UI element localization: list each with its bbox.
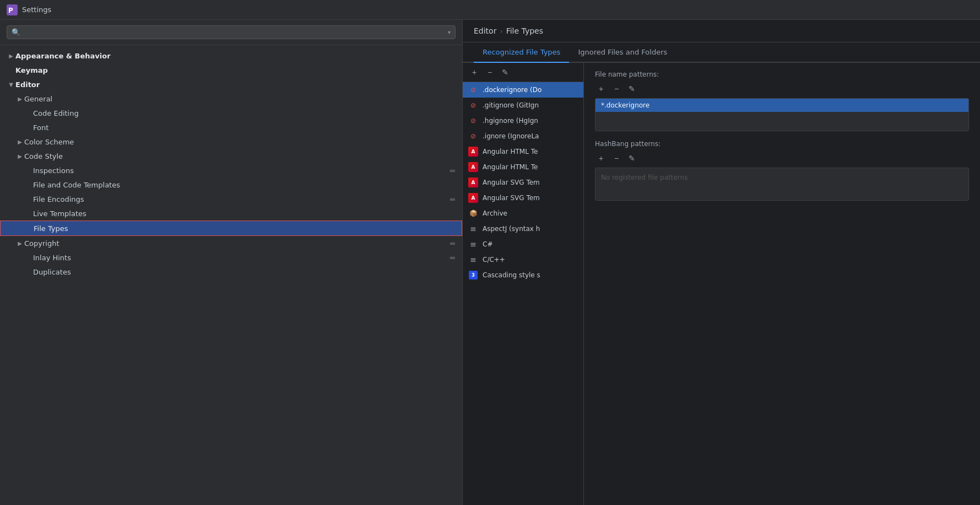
sidebar-item-keymap[interactable]: Keymap <box>0 63 462 77</box>
no-chevron <box>24 109 33 117</box>
angular-icon: A <box>468 178 478 187</box>
sidebar-item-label: Live Templates <box>33 209 86 218</box>
file-type-item-aspectj[interactable]: ≡ AspectJ (syntax h <box>463 221 583 237</box>
angular-icon: A <box>468 147 478 157</box>
breadcrumb: Editor › File Types <box>463 20 980 42</box>
file-type-item-css[interactable]: 3 Cascading style s <box>463 267 583 283</box>
sidebar-item-inlay-hints[interactable]: Inlay Hints ▬ <box>0 250 462 265</box>
right-section: File name patterns: + − ✎ *.dockerignore… <box>584 63 980 505</box>
file-type-name: C/C++ <box>483 256 505 264</box>
remove-hashbang-button[interactable]: − <box>610 152 622 164</box>
scrollbar-icon: ▬ <box>450 254 456 261</box>
file-type-name: Angular HTML Te <box>483 163 538 171</box>
edit-hashbang-button[interactable]: ✎ <box>626 152 638 164</box>
remove-pattern-button[interactable]: − <box>610 83 622 95</box>
file-type-item-angular-svg-2[interactable]: A Angular SVG Tem <box>463 190 583 206</box>
sidebar-item-file-code-templates[interactable]: File and Code Templates <box>0 178 462 192</box>
file-type-item-angular-svg-1[interactable]: A Angular SVG Tem <box>463 175 583 190</box>
sidebar-item-label: Keymap <box>15 66 48 74</box>
angular-icon: A <box>468 162 478 172</box>
tabs-row: Recognized File Types Ignored Files and … <box>463 42 980 63</box>
sidebar-item-label: File and Code Templates <box>33 181 120 189</box>
remove-file-type-button[interactable]: − <box>484 66 496 78</box>
edit-file-type-button[interactable]: ✎ <box>499 66 511 78</box>
chevron-right-icon: ▶ <box>15 239 24 248</box>
sidebar-item-file-encodings[interactable]: File Encodings ▬ <box>0 192 462 206</box>
app-title: Settings <box>22 6 51 14</box>
sidebar-item-live-templates[interactable]: Live Templates <box>0 206 462 221</box>
sidebar-item-code-editing[interactable]: Code Editing <box>0 106 462 120</box>
scrollbar-icon: ▬ <box>450 239 456 247</box>
file-type-item-dockerignore[interactable]: ⊘ .dockerignore (Do <box>463 82 583 98</box>
no-chevron <box>25 224 34 233</box>
app-logo: P <box>7 4 18 15</box>
sidebar-item-label: Font <box>33 123 48 132</box>
file-type-item-gitignore[interactable]: ⊘ .gitignore (GitIgn <box>463 98 583 113</box>
file-type-item-ignore[interactable]: ⊘ .ignore (IgnoreLa <box>463 128 583 144</box>
edit-pattern-button[interactable]: ✎ <box>626 83 638 95</box>
lines-icon: ≡ <box>468 239 478 249</box>
tab-ignored-files-folders[interactable]: Ignored Files and Folders <box>569 42 676 63</box>
add-file-type-button[interactable]: + <box>468 66 480 78</box>
panel-body: + − ✎ ⊘ .dockerignore (Do ⊘ .gitignore (… <box>463 63 980 505</box>
add-pattern-button[interactable]: + <box>595 83 607 95</box>
file-type-name: .dockerignore (Do <box>483 86 542 94</box>
no-chevron <box>7 66 15 74</box>
file-type-name: .ignore (IgnoreLa <box>483 132 539 140</box>
breadcrumb-separator: › <box>500 27 502 35</box>
list-toolbar: + − ✎ <box>463 63 583 82</box>
sidebar-item-editor[interactable]: ▼ Editor <box>0 77 462 92</box>
breadcrumb-parent: Editor <box>474 26 496 35</box>
css-icon: 3 <box>468 270 478 280</box>
archive-icon: 📦 <box>468 208 478 218</box>
no-chevron <box>24 209 33 218</box>
sidebar-item-label: Editor <box>15 80 40 89</box>
no-chevron <box>24 123 33 132</box>
file-type-item-cpp[interactable]: ≡ C/C++ <box>463 252 583 267</box>
no-chevron <box>24 253 33 262</box>
no-chevron <box>24 166 33 175</box>
search-input-wrap[interactable]: 🔍 ▾ <box>7 25 456 39</box>
file-type-item-archive[interactable]: 📦 Archive <box>463 206 583 221</box>
sidebar-item-label: Code Editing <box>33 109 79 117</box>
sidebar: 🔍 ▾ ▶ Appearance & Behavior Keymap ▼ Edi… <box>0 20 463 505</box>
add-hashbang-button[interactable]: + <box>595 152 607 164</box>
right-panel: Editor › File Types Recognized File Type… <box>463 20 980 505</box>
file-list: ⊘ .dockerignore (Do ⊘ .gitignore (GitIgn… <box>463 82 583 505</box>
search-icon: 🔍 <box>12 28 20 36</box>
sidebar-item-duplicates[interactable]: Duplicates <box>0 265 462 279</box>
file-type-item-angular-html-2[interactable]: A Angular HTML Te <box>463 159 583 175</box>
pattern-item-dockerignore[interactable]: *.dockerignore <box>595 99 968 112</box>
file-type-item-hgignore[interactable]: ⊘ .hgignore (HgIgn <box>463 113 583 128</box>
nav-tree: ▶ Appearance & Behavior Keymap ▼ Editor … <box>0 45 462 505</box>
hashbang-patterns-label: HashBang patterns: <box>595 140 969 148</box>
file-type-name: Angular HTML Te <box>483 148 538 155</box>
file-type-item-angular-html-1[interactable]: A Angular HTML Te <box>463 144 583 159</box>
sidebar-item-inspections[interactable]: Inspections ▬ <box>0 163 462 178</box>
file-type-name: AspectJ (syntax h <box>483 225 540 233</box>
tab-recognized-file-types[interactable]: Recognized File Types <box>474 42 569 63</box>
search-input[interactable] <box>24 28 445 36</box>
sidebar-item-code-style[interactable]: ▶ Code Style <box>0 149 462 163</box>
file-type-name: Archive <box>483 209 507 217</box>
dropdown-icon: ▾ <box>448 29 451 35</box>
file-type-name: Angular SVG Tem <box>483 194 540 202</box>
sidebar-item-color-scheme[interactable]: ▶ Color Scheme <box>0 135 462 149</box>
no-chevron <box>24 195 33 203</box>
chevron-right-icon: ▶ <box>7 51 15 60</box>
scrollbar-icon: ▬ <box>450 195 456 203</box>
scrollbar-icon: ▬ <box>450 166 456 174</box>
sidebar-item-file-types[interactable]: File Types <box>0 221 462 236</box>
sidebar-item-general[interactable]: ▶ General <box>0 92 462 106</box>
sidebar-item-label: General <box>24 95 52 103</box>
file-type-name: Cascading style s <box>483 271 540 279</box>
sidebar-item-label: File Types <box>34 224 68 233</box>
lines-icon: ≡ <box>468 255 478 265</box>
chevron-right-icon: ▶ <box>15 152 24 160</box>
chevron-right-icon: ▶ <box>15 137 24 146</box>
sidebar-item-label: Color Scheme <box>24 138 74 146</box>
sidebar-item-font[interactable]: Font <box>0 120 462 135</box>
sidebar-item-appearance-behavior[interactable]: ▶ Appearance & Behavior <box>0 49 462 63</box>
sidebar-item-copyright[interactable]: ▶ Copyright ▬ <box>0 236 462 250</box>
file-type-item-csharp[interactable]: ≡ C# <box>463 237 583 252</box>
